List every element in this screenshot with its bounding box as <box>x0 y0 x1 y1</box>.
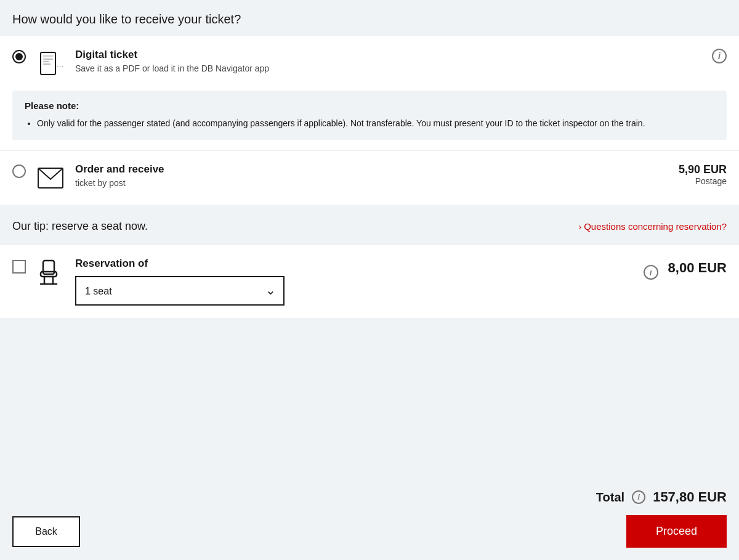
svg-rect-1 <box>43 55 53 57</box>
total-row: Total i 157,80 EUR <box>0 477 739 505</box>
reservation-questions-link[interactable]: › Questions concerning reservation? <box>579 221 727 232</box>
post-ticket-subtitle: ticket by post <box>75 178 679 188</box>
reservation-content: Reservation of 1 seat 2 seats 3 seats 4 … <box>75 258 634 306</box>
digital-ticket-radio[interactable] <box>12 50 26 63</box>
footer-buttons: Back Proceed <box>0 515 739 560</box>
post-ticket-radio[interactable] <box>12 164 26 178</box>
chevron-right-icon: › <box>579 222 582 232</box>
post-ticket-price-label: Postage <box>679 176 727 186</box>
tip-link-text: Questions concerning reservation? <box>584 221 727 232</box>
digital-ticket-note-box: Please note: Only valid for the passenge… <box>12 91 727 140</box>
tip-text: Our tip: reserve a seat now. <box>12 220 148 233</box>
post-ticket-price: 5,90 EUR <box>679 163 727 176</box>
reservation-row: Reservation of 1 seat 2 seats 3 seats 4 … <box>0 245 739 318</box>
digital-ticket-option: ... Digital ticket Save it as a PDF or l… <box>0 36 739 91</box>
tip-section: Our tip: reserve a seat now. › Questions… <box>0 208 739 245</box>
svg-text:...: ... <box>57 59 64 69</box>
seat-select-container: 1 seat 2 seats 3 seats 4 seats <box>75 276 285 306</box>
back-button[interactable]: Back <box>12 516 80 547</box>
seat-select-wrapper: 1 seat 2 seats 3 seats 4 seats <box>75 276 634 306</box>
post-ticket-option: Order and receive ticket by post 5,90 EU… <box>0 151 739 205</box>
total-info-icon[interactable]: i <box>632 490 645 504</box>
page-title: How would you like to receive your ticke… <box>12 12 727 26</box>
note-bullet-1: Only valid for the passenger stated (and… <box>37 117 714 130</box>
radio-inner-selected <box>15 53 23 60</box>
seat-count-select[interactable]: 1 seat 2 seats 3 seats 4 seats <box>75 276 285 306</box>
note-heading: Please note: <box>25 100 714 111</box>
seat-icon <box>36 258 65 287</box>
post-ticket-card: Order and receive ticket by post 5,90 EU… <box>0 151 739 205</box>
digital-ticket-title: Digital ticket <box>75 49 727 61</box>
reservation-title: Reservation of <box>75 258 634 270</box>
digital-ticket-card: ... Digital ticket Save it as a PDF or l… <box>0 36 739 150</box>
reservation-card: Reservation of 1 seat 2 seats 3 seats 4 … <box>0 245 739 318</box>
svg-rect-3 <box>43 61 49 62</box>
post-ticket-content: Order and receive ticket by post <box>75 163 679 188</box>
section-header: How would you like to receive your ticke… <box>0 0 739 36</box>
svg-rect-2 <box>43 59 53 60</box>
post-ticket-title: Order and receive <box>75 163 679 176</box>
post-ticket-price-block: 5,90 EUR Postage <box>679 163 727 186</box>
total-label: Total <box>596 490 624 505</box>
reservation-checkbox[interactable] <box>12 260 26 274</box>
reservation-price: 8,00 EUR <box>668 260 727 276</box>
svg-rect-4 <box>43 63 50 65</box>
reservation-info-icon[interactable]: i <box>644 265 658 280</box>
digital-ticket-icon: ... <box>36 49 65 78</box>
digital-ticket-info-icon[interactable]: i <box>712 49 727 63</box>
digital-ticket-content: Digital ticket Save it as a PDF or load … <box>75 49 727 73</box>
mail-icon <box>36 163 65 193</box>
proceed-button[interactable]: Proceed <box>626 515 727 548</box>
total-amount: 157,80 EUR <box>653 489 727 505</box>
digital-ticket-subtitle: Save it as a PDF or load it in the DB Na… <box>75 63 727 73</box>
